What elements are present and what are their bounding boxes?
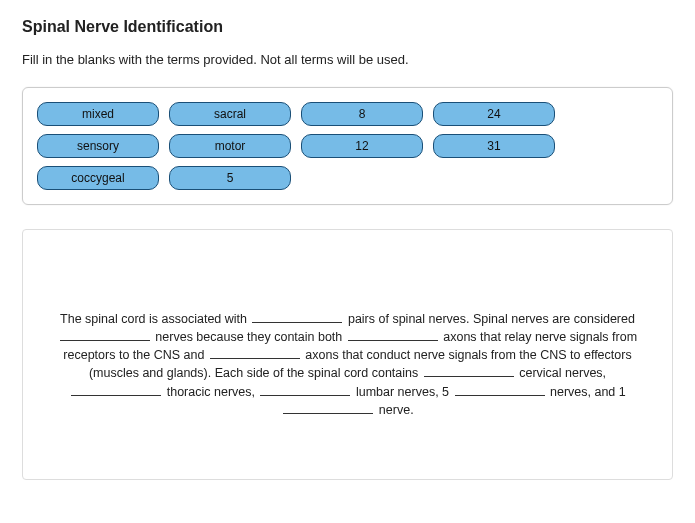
blank-slot[interactable] (210, 347, 300, 359)
blank-slot[interactable] (455, 384, 545, 396)
blank-slot[interactable] (283, 402, 373, 414)
paragraph-text: thoracic nerves, (163, 385, 258, 399)
page-title: Spinal Nerve Identification (22, 18, 673, 36)
term-chip[interactable]: coccygeal (37, 166, 159, 190)
term-chip[interactable]: mixed (37, 102, 159, 126)
term-chip[interactable]: sacral (169, 102, 291, 126)
term-chip[interactable]: 8 (301, 102, 423, 126)
blank-slot[interactable] (424, 365, 514, 377)
term-row: mixedsacral824 (37, 102, 658, 126)
term-row: sensorymotor1231 (37, 134, 658, 158)
term-bank: mixedsacral824sensorymotor1231coccygeal5 (22, 87, 673, 205)
blank-slot[interactable] (260, 384, 350, 396)
term-chip[interactable]: 5 (169, 166, 291, 190)
paragraph-text: nerves because they contain both (152, 330, 346, 344)
term-chip[interactable]: motor (169, 134, 291, 158)
blank-slot[interactable] (60, 329, 150, 341)
paragraph-text: lumbar nerves, 5 (352, 385, 452, 399)
paragraph-text: nerves, and 1 (547, 385, 626, 399)
paragraph-text: pairs of spinal nerves. Spinal nerves ar… (344, 312, 634, 326)
instructions-text: Fill in the blanks with the terms provid… (22, 52, 673, 67)
paragraph-text: nerve. (375, 403, 413, 417)
paragraph-text: The spinal cord is associated with (60, 312, 250, 326)
term-row: coccygeal5 (37, 166, 658, 190)
blank-slot[interactable] (252, 311, 342, 323)
blank-slot[interactable] (348, 329, 438, 341)
paragraph-text: cervical nerves, (516, 366, 606, 380)
term-chip[interactable]: sensory (37, 134, 159, 158)
term-chip[interactable]: 24 (433, 102, 555, 126)
term-chip[interactable]: 12 (301, 134, 423, 158)
term-chip[interactable]: 31 (433, 134, 555, 158)
fill-blank-paragraph: The spinal cord is associated with pairs… (22, 229, 673, 480)
blank-slot[interactable] (71, 384, 161, 396)
